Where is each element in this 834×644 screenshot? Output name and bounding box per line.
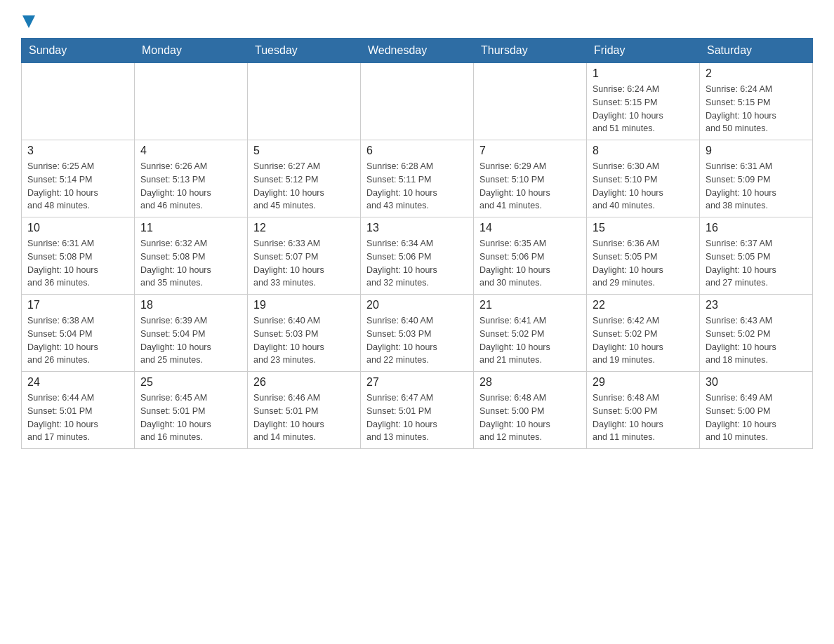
- calendar-cell: 8Sunrise: 6:30 AMSunset: 5:10 PMDaylight…: [587, 140, 700, 217]
- day-number: 25: [140, 376, 241, 389]
- day-sun-info: Sunrise: 6:29 AMSunset: 5:10 PMDaylight:…: [479, 160, 581, 213]
- calendar-cell: 30Sunrise: 6:49 AMSunset: 5:00 PMDayligh…: [700, 372, 813, 449]
- day-number: 4: [140, 145, 241, 157]
- logo: [21, 14, 41, 25]
- day-number: 29: [593, 376, 694, 389]
- day-number: 7: [479, 145, 581, 157]
- calendar-cell: 4Sunrise: 6:26 AMSunset: 5:13 PMDaylight…: [135, 140, 248, 217]
- day-number: 20: [366, 299, 468, 311]
- day-sun-info: Sunrise: 6:32 AMSunset: 5:08 PMDaylight:…: [140, 237, 241, 290]
- calendar-cell: [135, 63, 248, 140]
- calendar-cell: 28Sunrise: 6:48 AMSunset: 5:00 PMDayligh…: [474, 372, 587, 449]
- day-number: 8: [593, 145, 694, 157]
- day-number: 21: [479, 299, 581, 311]
- calendar-cell: [474, 63, 587, 140]
- weekday-header-row: SundayMondayTuesdayWednesdayThursdayFrid…: [22, 39, 813, 63]
- day-sun-info: Sunrise: 6:34 AMSunset: 5:06 PMDaylight:…: [366, 237, 468, 290]
- calendar-cell: 25Sunrise: 6:45 AMSunset: 5:01 PMDayligh…: [135, 372, 248, 449]
- day-sun-info: Sunrise: 6:31 AMSunset: 5:08 PMDaylight:…: [27, 237, 128, 290]
- calendar-cell: 17Sunrise: 6:38 AMSunset: 5:04 PMDayligh…: [22, 295, 135, 372]
- day-sun-info: Sunrise: 6:24 AMSunset: 5:15 PMDaylight:…: [706, 83, 807, 135]
- weekday-header-monday: Monday: [135, 39, 248, 63]
- calendar-cell: [361, 63, 474, 140]
- calendar-table: SundayMondayTuesdayWednesdayThursdayFrid…: [21, 38, 813, 449]
- day-number: 14: [479, 222, 581, 234]
- calendar-cell: 24Sunrise: 6:44 AMSunset: 5:01 PMDayligh…: [22, 372, 135, 449]
- day-number: 16: [706, 222, 807, 234]
- calendar-cell: 1Sunrise: 6:24 AMSunset: 5:15 PMDaylight…: [587, 63, 700, 140]
- weekday-header-tuesday: Tuesday: [248, 39, 361, 63]
- day-sun-info: Sunrise: 6:24 AMSunset: 5:15 PMDaylight:…: [593, 83, 694, 135]
- calendar-cell: 16Sunrise: 6:37 AMSunset: 5:05 PMDayligh…: [700, 217, 813, 295]
- weekday-header-wednesday: Wednesday: [361, 39, 474, 63]
- day-number: 30: [706, 376, 807, 389]
- calendar-cell: 23Sunrise: 6:43 AMSunset: 5:02 PMDayligh…: [700, 295, 813, 372]
- day-sun-info: Sunrise: 6:28 AMSunset: 5:11 PMDaylight:…: [366, 160, 468, 213]
- calendar-week-row: 1Sunrise: 6:24 AMSunset: 5:15 PMDaylight…: [22, 63, 813, 140]
- calendar-week-row: 3Sunrise: 6:25 AMSunset: 5:14 PMDaylight…: [22, 140, 813, 217]
- weekday-header-thursday: Thursday: [474, 39, 587, 63]
- day-number: 28: [479, 376, 581, 389]
- day-sun-info: Sunrise: 6:40 AMSunset: 5:03 PMDaylight:…: [366, 314, 468, 367]
- calendar-cell: 18Sunrise: 6:39 AMSunset: 5:04 PMDayligh…: [135, 295, 248, 372]
- day-number: 26: [253, 376, 355, 389]
- calendar-cell: 15Sunrise: 6:36 AMSunset: 5:05 PMDayligh…: [587, 217, 700, 295]
- day-sun-info: Sunrise: 6:48 AMSunset: 5:00 PMDaylight:…: [593, 391, 694, 444]
- calendar-cell: 2Sunrise: 6:24 AMSunset: 5:15 PMDaylight…: [700, 63, 813, 140]
- calendar-cell: 9Sunrise: 6:31 AMSunset: 5:09 PMDaylight…: [700, 140, 813, 217]
- day-number: 2: [706, 67, 807, 80]
- day-sun-info: Sunrise: 6:43 AMSunset: 5:02 PMDaylight:…: [706, 314, 807, 367]
- day-number: 13: [366, 222, 468, 234]
- weekday-header-saturday: Saturday: [700, 39, 813, 63]
- day-sun-info: Sunrise: 6:48 AMSunset: 5:00 PMDaylight:…: [479, 391, 581, 444]
- day-sun-info: Sunrise: 6:26 AMSunset: 5:13 PMDaylight:…: [140, 160, 241, 213]
- day-number: 18: [140, 299, 241, 311]
- day-sun-info: Sunrise: 6:36 AMSunset: 5:05 PMDaylight:…: [593, 237, 694, 290]
- calendar-cell: 19Sunrise: 6:40 AMSunset: 5:03 PMDayligh…: [248, 295, 361, 372]
- day-sun-info: Sunrise: 6:47 AMSunset: 5:01 PMDaylight:…: [366, 391, 468, 444]
- day-number: 11: [140, 222, 241, 234]
- day-sun-info: Sunrise: 6:44 AMSunset: 5:01 PMDaylight:…: [27, 391, 128, 444]
- day-number: 10: [27, 222, 128, 234]
- calendar-cell: 27Sunrise: 6:47 AMSunset: 5:01 PMDayligh…: [361, 372, 474, 449]
- calendar-cell: 13Sunrise: 6:34 AMSunset: 5:06 PMDayligh…: [361, 217, 474, 295]
- day-sun-info: Sunrise: 6:38 AMSunset: 5:04 PMDaylight:…: [27, 314, 128, 367]
- day-number: 5: [253, 145, 355, 157]
- svg-marker-0: [22, 15, 35, 28]
- day-number: 23: [706, 299, 807, 311]
- day-sun-info: Sunrise: 6:25 AMSunset: 5:14 PMDaylight:…: [27, 160, 128, 213]
- calendar-cell: [248, 63, 361, 140]
- calendar-cell: 3Sunrise: 6:25 AMSunset: 5:14 PMDaylight…: [22, 140, 135, 217]
- calendar-cell: 21Sunrise: 6:41 AMSunset: 5:02 PMDayligh…: [474, 295, 587, 372]
- day-sun-info: Sunrise: 6:30 AMSunset: 5:10 PMDaylight:…: [593, 160, 694, 213]
- day-number: 17: [27, 299, 128, 311]
- calendar-cell: 14Sunrise: 6:35 AMSunset: 5:06 PMDayligh…: [474, 217, 587, 295]
- calendar-cell: 10Sunrise: 6:31 AMSunset: 5:08 PMDayligh…: [22, 217, 135, 295]
- calendar-cell: 26Sunrise: 6:46 AMSunset: 5:01 PMDayligh…: [248, 372, 361, 449]
- day-number: 6: [366, 145, 468, 157]
- calendar-body: 1Sunrise: 6:24 AMSunset: 5:15 PMDaylight…: [22, 63, 813, 449]
- weekday-header-friday: Friday: [587, 39, 700, 63]
- calendar-cell: 5Sunrise: 6:27 AMSunset: 5:12 PMDaylight…: [248, 140, 361, 217]
- day-sun-info: Sunrise: 6:41 AMSunset: 5:02 PMDaylight:…: [479, 314, 581, 367]
- day-number: 15: [593, 222, 694, 234]
- day-number: 19: [253, 299, 355, 311]
- calendar-cell: 7Sunrise: 6:29 AMSunset: 5:10 PMDaylight…: [474, 140, 587, 217]
- day-sun-info: Sunrise: 6:45 AMSunset: 5:01 PMDaylight:…: [140, 391, 241, 444]
- day-sun-info: Sunrise: 6:46 AMSunset: 5:01 PMDaylight:…: [253, 391, 355, 444]
- calendar-header: SundayMondayTuesdayWednesdayThursdayFrid…: [22, 39, 813, 63]
- day-number: 12: [253, 222, 355, 234]
- page-header: [21, 14, 813, 25]
- day-sun-info: Sunrise: 6:49 AMSunset: 5:00 PMDaylight:…: [706, 391, 807, 444]
- day-number: 3: [27, 145, 128, 157]
- calendar-week-row: 10Sunrise: 6:31 AMSunset: 5:08 PMDayligh…: [22, 217, 813, 295]
- calendar-cell: 29Sunrise: 6:48 AMSunset: 5:00 PMDayligh…: [587, 372, 700, 449]
- day-sun-info: Sunrise: 6:40 AMSunset: 5:03 PMDaylight:…: [253, 314, 355, 367]
- calendar-week-row: 17Sunrise: 6:38 AMSunset: 5:04 PMDayligh…: [22, 295, 813, 372]
- day-number: 24: [27, 376, 128, 389]
- calendar-cell: 11Sunrise: 6:32 AMSunset: 5:08 PMDayligh…: [135, 217, 248, 295]
- calendar-cell: 12Sunrise: 6:33 AMSunset: 5:07 PMDayligh…: [248, 217, 361, 295]
- day-sun-info: Sunrise: 6:33 AMSunset: 5:07 PMDaylight:…: [253, 237, 355, 290]
- calendar-cell: [22, 63, 135, 140]
- day-number: 27: [366, 376, 468, 389]
